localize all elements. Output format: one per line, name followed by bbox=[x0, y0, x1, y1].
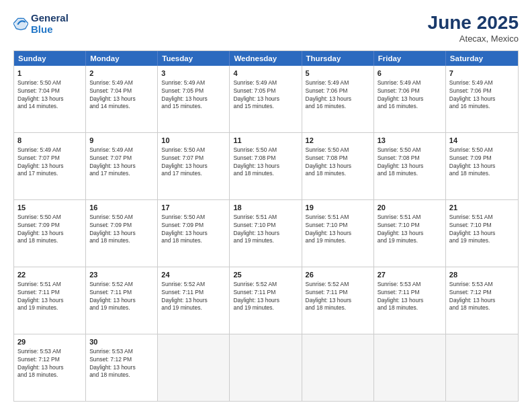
day-30: 30Sunrise: 5:53 AMSunset: 7:12 PMDayligh… bbox=[86, 334, 158, 401]
day-11: 11Sunrise: 5:50 AMSunset: 7:08 PMDayligh… bbox=[230, 133, 302, 199]
day-28: 28Sunrise: 5:53 AMSunset: 7:12 PMDayligh… bbox=[446, 267, 518, 334]
day-22: 22Sunrise: 5:51 AMSunset: 7:11 PMDayligh… bbox=[14, 267, 86, 334]
col-tuesday: Tuesday bbox=[158, 51, 230, 66]
day-26: 26Sunrise: 5:52 AMSunset: 7:11 PMDayligh… bbox=[302, 267, 374, 334]
empty-1 bbox=[158, 334, 230, 401]
col-monday: Monday bbox=[86, 51, 158, 66]
header: General Blue June 2025 Atecax, Mexico bbox=[13, 12, 519, 44]
col-friday: Friday bbox=[374, 51, 446, 66]
day-3: 3Sunrise: 5:49 AMSunset: 7:05 PMDaylight… bbox=[158, 66, 230, 132]
title-block: June 2025 Atecax, Mexico bbox=[428, 12, 519, 44]
day-13: 13Sunrise: 5:50 AMSunset: 7:08 PMDayligh… bbox=[374, 133, 446, 199]
day-25: 25Sunrise: 5:52 AMSunset: 7:11 PMDayligh… bbox=[230, 267, 302, 334]
day-23: 23Sunrise: 5:52 AMSunset: 7:11 PMDayligh… bbox=[86, 267, 158, 334]
day-21: 21Sunrise: 5:51 AMSunset: 7:10 PMDayligh… bbox=[446, 200, 518, 267]
calendar-header: Sunday Monday Tuesday Wednesday Thursday… bbox=[14, 51, 518, 66]
logo: General Blue bbox=[13, 12, 69, 36]
month-title: June 2025 bbox=[428, 12, 519, 34]
page: General Blue June 2025 Atecax, Mexico Su… bbox=[0, 0, 532, 411]
col-wednesday: Wednesday bbox=[230, 51, 302, 66]
week-row-1: 1Sunrise: 5:50 AMSunset: 7:04 PMDaylight… bbox=[14, 66, 518, 132]
day-14: 14Sunrise: 5:50 AMSunset: 7:09 PMDayligh… bbox=[446, 133, 518, 199]
col-thursday: Thursday bbox=[302, 51, 374, 66]
calendar: Sunday Monday Tuesday Wednesday Thursday… bbox=[13, 50, 519, 402]
empty-3 bbox=[302, 334, 374, 401]
day-16: 16Sunrise: 5:50 AMSunset: 7:09 PMDayligh… bbox=[86, 200, 158, 267]
day-8: 8Sunrise: 5:49 AMSunset: 7:07 PMDaylight… bbox=[14, 133, 86, 199]
empty-2 bbox=[230, 334, 302, 401]
location: Atecax, Mexico bbox=[428, 34, 519, 44]
day-6: 6Sunrise: 5:49 AMSunset: 7:06 PMDaylight… bbox=[374, 66, 446, 132]
day-1: 1Sunrise: 5:50 AMSunset: 7:04 PMDaylight… bbox=[14, 66, 86, 132]
day-12: 12Sunrise: 5:50 AMSunset: 7:08 PMDayligh… bbox=[302, 133, 374, 199]
calendar-body: 1Sunrise: 5:50 AMSunset: 7:04 PMDaylight… bbox=[14, 66, 518, 401]
week-row-4: 22Sunrise: 5:51 AMSunset: 7:11 PMDayligh… bbox=[14, 267, 518, 334]
day-27: 27Sunrise: 5:53 AMSunset: 7:11 PMDayligh… bbox=[374, 267, 446, 334]
day-20: 20Sunrise: 5:51 AMSunset: 7:10 PMDayligh… bbox=[374, 200, 446, 267]
day-18: 18Sunrise: 5:51 AMSunset: 7:10 PMDayligh… bbox=[230, 200, 302, 267]
day-19: 19Sunrise: 5:51 AMSunset: 7:10 PMDayligh… bbox=[302, 200, 374, 267]
col-saturday: Saturday bbox=[446, 51, 518, 66]
day-15: 15Sunrise: 5:50 AMSunset: 7:09 PMDayligh… bbox=[14, 200, 86, 267]
week-row-3: 15Sunrise: 5:50 AMSunset: 7:09 PMDayligh… bbox=[14, 199, 518, 267]
day-10: 10Sunrise: 5:50 AMSunset: 7:07 PMDayligh… bbox=[158, 133, 230, 199]
day-29: 29Sunrise: 5:53 AMSunset: 7:12 PMDayligh… bbox=[14, 334, 86, 401]
day-2: 2Sunrise: 5:49 AMSunset: 7:04 PMDaylight… bbox=[86, 66, 158, 132]
logo-icon bbox=[13, 16, 28, 31]
week-row-2: 8Sunrise: 5:49 AMSunset: 7:07 PMDaylight… bbox=[14, 132, 518, 199]
empty-4 bbox=[374, 334, 446, 401]
empty-5 bbox=[446, 334, 518, 401]
day-5: 5Sunrise: 5:49 AMSunset: 7:06 PMDaylight… bbox=[302, 66, 374, 132]
logo-text: General Blue bbox=[31, 12, 69, 36]
day-4: 4Sunrise: 5:49 AMSunset: 7:05 PMDaylight… bbox=[230, 66, 302, 132]
day-9: 9Sunrise: 5:49 AMSunset: 7:07 PMDaylight… bbox=[86, 133, 158, 199]
week-row-5: 29Sunrise: 5:53 AMSunset: 7:12 PMDayligh… bbox=[14, 334, 518, 401]
day-17: 17Sunrise: 5:50 AMSunset: 7:09 PMDayligh… bbox=[158, 200, 230, 267]
svg-marker-0 bbox=[15, 17, 28, 30]
day-7: 7Sunrise: 5:49 AMSunset: 7:06 PMDaylight… bbox=[446, 66, 518, 132]
col-sunday: Sunday bbox=[14, 51, 86, 66]
day-24: 24Sunrise: 5:52 AMSunset: 7:11 PMDayligh… bbox=[158, 267, 230, 334]
